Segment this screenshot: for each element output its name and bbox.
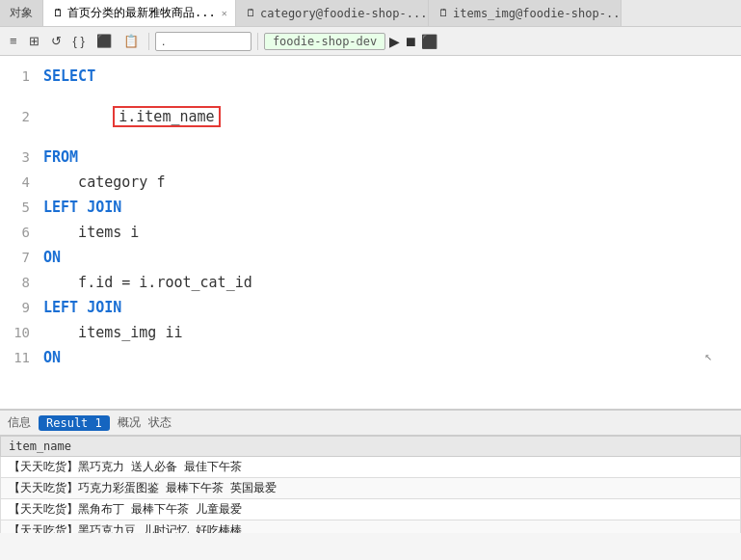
sql-keyword-select: SELECT (43, 67, 95, 85)
tab-homepage-close[interactable]: ✕ (222, 8, 227, 18)
table-cell: 【天天吃货】黑角布丁 最棒下午茶 儿童最爱 (1, 499, 741, 520)
toolbar-separator-2 (257, 33, 258, 50)
toolbar-btn-grid[interactable]: ⊞ (25, 33, 43, 49)
sql-line-5: 5 LEFT JOIN (0, 195, 741, 220)
line-num-6: 6 (0, 225, 43, 240)
tab-result1[interactable]: Result 1 (39, 415, 110, 431)
mouse-cursor-indicator: ↖ (704, 349, 712, 363)
sql-join-table-1: items i (43, 224, 139, 241)
play-button[interactable]: ▶ (389, 34, 400, 49)
sql-join-table-2: items_img ii (43, 324, 183, 341)
sql-line-1: 1 SELECT (0, 64, 741, 89)
toolbar-separator-1 (148, 33, 149, 50)
sql-from-table: category f (43, 173, 165, 191)
tab-items-img-icon: 🗒 (438, 7, 449, 19)
sql-line-3: 3 FROM (0, 145, 741, 170)
line-num-11: 11 (0, 350, 43, 365)
toolbar-btn-refresh[interactable]: ↺ (47, 33, 66, 49)
result-table: item_name 【天天吃货】黑巧克力 送人必备 最佳下午茶【天天吃货】巧克力… (0, 436, 741, 533)
line-num-1: 1 (0, 68, 43, 84)
line-num-8: 8 (0, 275, 43, 290)
col-header-item-name: item_name (1, 437, 741, 457)
line-num-7: 7 (0, 250, 43, 265)
toolbar-btn-stop[interactable]: ⬛ (93, 33, 116, 49)
connection-input[interactable] (155, 32, 251, 51)
sql-line-10: 10 items_img ii (0, 320, 741, 345)
highlighted-item-name: i.item_name (113, 106, 220, 127)
sql-on-condition-1: f.id = i.root_cat_id (43, 274, 252, 291)
sql-editor[interactable]: 1 SELECT 2 i.item_name 3 FROM 4 category… (0, 56, 741, 410)
db-connection-label: foodie-shop-dev (264, 33, 385, 50)
line-num-5: 5 (0, 200, 43, 215)
sql-highlighted-item: i.item_name (43, 89, 221, 145)
table-row: 【天天吃货】黑巧克力豆 儿时记忆 好吃棒棒 (1, 520, 741, 534)
table-cell: 【天天吃货】黑巧克力 送人必备 最佳下午茶 (1, 457, 741, 478)
sql-line-4: 4 category f (0, 170, 741, 195)
table-row: 【天天吃货】巧克力彩蛋图鉴 最棒下午茶 英国最爱 (1, 478, 741, 499)
extra-button[interactable]: ⬛ (421, 34, 437, 49)
main-area: 1 SELECT 2 i.item_name 3 FROM 4 category… (0, 56, 741, 533)
sql-keyword-left-join-2: LEFT JOIN (43, 299, 121, 316)
table-row: 【天天吃货】黑角布丁 最棒下午茶 儿童最爱 (1, 499, 741, 520)
line-num-2: 2 (0, 109, 43, 124)
sql-keyword-left-join-1: LEFT JOIN (43, 199, 121, 216)
sql-line-8: 8 f.id = i.root_cat_id (0, 270, 741, 295)
sql-line-9: 9 LEFT JOIN (0, 295, 741, 320)
result-tab-bar: 信息 Result 1 概况 状态 (0, 411, 741, 436)
tab-info[interactable]: 信息 (8, 414, 31, 431)
tab-category-label: category@foodie-shop-... (260, 7, 427, 20)
sql-line-6: 6 items i (0, 220, 741, 245)
line-num-10: 10 (0, 325, 43, 340)
tab-items-img[interactable]: 🗒 items_img@foodie-shop-... ✕ (429, 0, 622, 26)
tab-category[interactable]: 🗒 category@foodie-shop-... ✕ (236, 0, 429, 26)
toolbar-btn-code[interactable]: { } (69, 33, 89, 49)
tab-bar: 对象 🗒 首页分类的最新雅牧商品... ✕ 🗒 category@foodie-… (0, 0, 741, 27)
tab-homepage-label: 首页分类的最新雅牧商品... (67, 5, 216, 21)
sql-keyword-from: FROM (43, 148, 78, 166)
tab-overview[interactable]: 概况 (118, 414, 141, 431)
tab-objects-label: 对象 (10, 5, 33, 21)
toolbar-btn-menu[interactable]: ≡ (6, 33, 21, 49)
tab-items-img-label: items_img@foodie-shop-... (453, 7, 622, 20)
stop-button[interactable]: ⏹ (404, 34, 417, 49)
line-num-9: 9 (0, 300, 43, 315)
toolbar: ≡ ⊞ ↺ { } ⬛ 📋 foodie-shop-dev ▶ ⏹ ⬛ (0, 27, 741, 56)
tab-status[interactable]: 状态 (148, 414, 172, 431)
sql-keyword-on-2: ON (43, 349, 61, 366)
line-num-4: 4 (0, 174, 43, 190)
table-row: 【天天吃货】黑巧克力 送人必备 最佳下午茶 (1, 457, 741, 478)
line-num-3: 3 (0, 149, 43, 165)
sql-line-11: 11 ON ↖ (0, 345, 741, 370)
tab-homepage[interactable]: 🗒 首页分类的最新雅牧商品... ✕ (43, 0, 236, 26)
result-table-container: item_name 【天天吃货】黑巧克力 送人必备 最佳下午茶【天天吃货】巧克力… (0, 436, 741, 533)
sql-line-2: 2 i.item_name (0, 89, 741, 145)
sql-keyword-on-1: ON (43, 249, 61, 266)
tab-category-icon: 🗒 (246, 7, 256, 19)
table-cell: 【天天吃货】巧克力彩蛋图鉴 最棒下午茶 英国最爱 (1, 478, 741, 499)
tab-objects[interactable]: 对象 (0, 0, 43, 26)
bottom-panel: 信息 Result 1 概况 状态 item_name 【天天吃货】黑巧克力 送… (0, 410, 741, 533)
toolbar-btn-copy[interactable]: 📋 (119, 33, 143, 49)
tab-homepage-icon: 🗒 (53, 7, 64, 19)
table-cell: 【天天吃货】黑巧克力豆 儿时记忆 好吃棒棒 (1, 520, 741, 534)
sql-line-7: 7 ON (0, 245, 741, 270)
